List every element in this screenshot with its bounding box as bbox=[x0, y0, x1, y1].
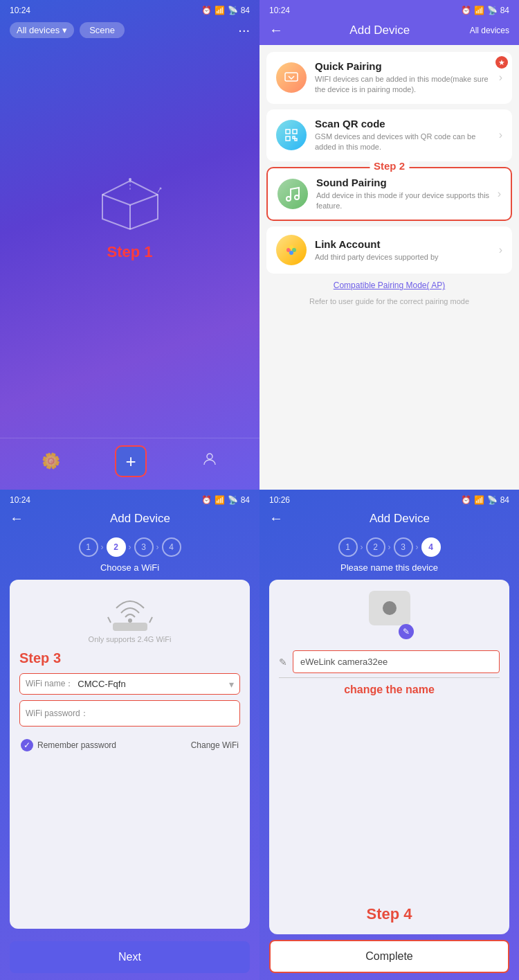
alarm-icon-4: ⏰ bbox=[461, 495, 471, 505]
step-arrow-3-4: › bbox=[416, 542, 419, 552]
wifi-icon-2: 📡 bbox=[487, 6, 498, 15]
all-devices-button[interactable]: All devices ▾ bbox=[10, 22, 74, 38]
time-4: 10:26 bbox=[269, 495, 290, 505]
footer-note: Refer to user guide for the correct pair… bbox=[266, 297, 512, 305]
empty-box-icon bbox=[89, 174, 172, 236]
header-title-4: Add Device bbox=[290, 512, 509, 526]
remember-left: ✓ Remember password bbox=[21, 739, 116, 751]
svg-rect-11 bbox=[293, 130, 297, 134]
step-4-circle: 4 bbox=[162, 537, 181, 557]
step-arrow-1-4: › bbox=[361, 542, 363, 552]
all-devices-label: All devices bbox=[17, 25, 60, 35]
scene-label: Scene bbox=[89, 25, 115, 35]
back-button-2[interactable]: ← bbox=[269, 22, 283, 38]
step-arrow-2-4: › bbox=[388, 542, 391, 552]
status-icons-4: ⏰ 📶 📡 84 bbox=[461, 495, 509, 505]
step-2-circle-4: 2 bbox=[366, 537, 385, 557]
wifi-icon: 📡 bbox=[228, 6, 238, 15]
star-badge: ★ bbox=[495, 56, 508, 69]
svg-rect-10 bbox=[286, 130, 290, 134]
remember-checkbox[interactable]: ✓ bbox=[21, 739, 33, 751]
empty-state: Step 1 bbox=[0, 42, 260, 438]
step-3-circle: 3 bbox=[134, 537, 154, 557]
wifi-icon-4: 📡 bbox=[487, 495, 498, 505]
add-device-button[interactable]: + bbox=[115, 445, 147, 477]
sound-pairing-card[interactable]: Step 2 Sound Pairing Add device in this … bbox=[266, 167, 512, 222]
svg-rect-9 bbox=[285, 73, 298, 81]
alarm-icon-2: ⏰ bbox=[461, 6, 471, 15]
status-icons-1: ⏰ 📶 📡 84 bbox=[201, 6, 250, 15]
step-1-circle: 1 bbox=[79, 537, 98, 557]
more-options-button[interactable]: ··· bbox=[238, 22, 250, 38]
change-name-label: change the name bbox=[344, 684, 435, 696]
signal-icon-4: 📶 bbox=[474, 495, 484, 505]
step-label-4: Please name this device bbox=[269, 562, 509, 573]
header-4: ← Add Device bbox=[260, 508, 519, 532]
device-name-content: 1 › 2 › 3 › 4 Please name this device ✎ … bbox=[260, 532, 519, 940]
sound-pairing-title: Sound Pairing bbox=[316, 177, 498, 188]
header-3: ← Add Device bbox=[0, 508, 260, 532]
battery-4: 84 bbox=[500, 495, 509, 505]
change-wifi-button[interactable]: Change WiFi bbox=[191, 740, 239, 750]
quick-pairing-card[interactable]: ★ Quick Pairing WIFI devices can be adde… bbox=[266, 52, 512, 104]
chevron-down-icon: ▾ bbox=[62, 25, 67, 35]
edit-icon: ✎ bbox=[279, 657, 287, 668]
link-account-arrow: › bbox=[499, 244, 502, 256]
alarm-icon: ⏰ bbox=[201, 6, 212, 15]
wifi-name-value: CMCC-Fqfn bbox=[78, 679, 229, 689]
wifi-password-row[interactable]: WiFi password： bbox=[19, 700, 240, 727]
quick-pairing-desc: WIFI devices can be added in this mode(m… bbox=[315, 74, 499, 96]
profile-icon[interactable] bbox=[201, 451, 218, 472]
next-button[interactable]: Next bbox=[10, 941, 250, 973]
complete-button[interactable]: Complete bbox=[269, 940, 509, 973]
svg-line-1 bbox=[102, 195, 130, 205]
wifi-name-row[interactable]: WiFi name： CMCC-Fqfn ▾ bbox=[19, 673, 240, 695]
svg-rect-12 bbox=[286, 136, 290, 141]
step-1-circle-4: 1 bbox=[338, 537, 358, 557]
link-account-card[interactable]: Link Account Add third party devices sup… bbox=[266, 226, 512, 274]
step-arrow-1: › bbox=[101, 542, 104, 552]
pairing-options: ★ Quick Pairing WIFI devices can be adde… bbox=[260, 45, 519, 490]
sound-pairing-desc: Add device in this mode if your device s… bbox=[316, 190, 498, 212]
time-3: 10:24 bbox=[10, 495, 30, 505]
battery-1: 84 bbox=[241, 6, 250, 15]
home-icon[interactable]: 🌼 bbox=[42, 452, 60, 470]
back-button-4[interactable]: ← bbox=[269, 510, 283, 526]
camera-body bbox=[369, 591, 410, 625]
camera-lens bbox=[383, 601, 397, 615]
alarm-icon-3: ⏰ bbox=[201, 495, 212, 505]
sound-pairing-icon bbox=[277, 179, 308, 209]
scene-button[interactable]: Scene bbox=[80, 22, 125, 38]
link-account-icon bbox=[276, 235, 307, 265]
dropdown-icon[interactable]: ▾ bbox=[229, 679, 234, 690]
quick-pairing-icon bbox=[276, 62, 307, 93]
status-icons-2: ⏰ 📶 📡 84 bbox=[461, 6, 509, 15]
signal-icon-2: 📶 bbox=[474, 6, 484, 15]
device-name-input[interactable] bbox=[293, 650, 500, 673]
svg-point-7 bbox=[159, 187, 161, 189]
step-4-circle-4: 4 bbox=[421, 537, 441, 557]
header-2: ← Add Device All devices bbox=[260, 18, 519, 45]
back-button-3[interactable]: ← bbox=[10, 510, 24, 526]
edit-badge-icon: ✎ bbox=[399, 624, 414, 639]
header-all-devices[interactable]: All devices bbox=[470, 26, 509, 35]
compatible-pairing-link[interactable]: Compatible Pairing Mode( AP) bbox=[266, 279, 512, 292]
svg-line-24 bbox=[149, 617, 152, 623]
svg-point-16 bbox=[295, 195, 299, 199]
scan-qr-card[interactable]: Scan QR code GSM devices and devices wit… bbox=[266, 109, 512, 161]
quick-pairing-arrow: › bbox=[499, 71, 502, 84]
bottom-nav: 🌼 + bbox=[0, 438, 260, 490]
device-name-row: ✎ bbox=[279, 650, 500, 673]
plus-icon: + bbox=[125, 451, 136, 472]
wifi-password-label: WiFi password： bbox=[26, 708, 89, 720]
quick-pairing-title: Quick Pairing bbox=[315, 60, 499, 72]
panel-name-device: 10:26 ⏰ 📶 📡 84 ← Add Device 1 › 2 › 3 › … bbox=[260, 490, 519, 980]
name-underline bbox=[279, 677, 500, 678]
wifi-support-text: Only supports 2.4G WiFi bbox=[89, 635, 172, 643]
link-account-text: Link Account Add third party devices sup… bbox=[315, 238, 499, 262]
svg-point-15 bbox=[286, 197, 291, 201]
svg-line-6 bbox=[158, 189, 160, 193]
svg-point-20 bbox=[289, 251, 293, 255]
svg-point-5 bbox=[129, 178, 131, 181]
scan-qr-arrow: › bbox=[499, 129, 502, 141]
